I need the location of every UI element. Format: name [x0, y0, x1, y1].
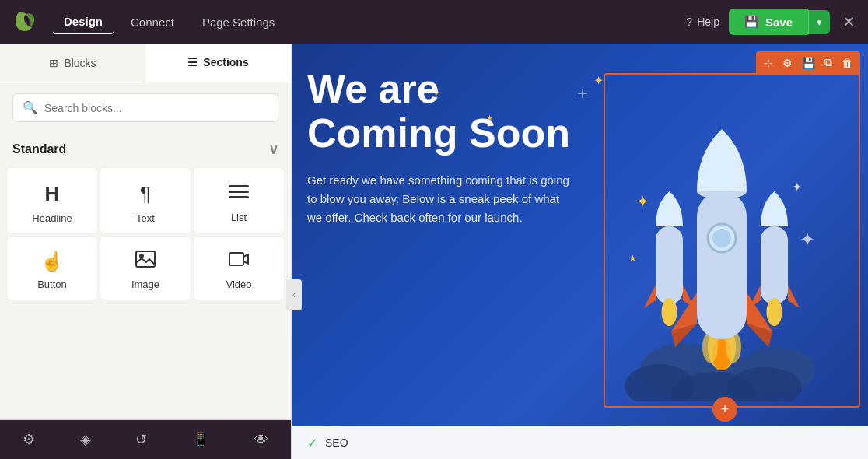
save-label: Save [765, 16, 793, 29]
svg-point-23 [767, 298, 782, 326]
settings-icon[interactable]: ⚙ [23, 431, 35, 448]
block-headline[interactable]: H Headline [6, 167, 98, 234]
add-block-button[interactable]: + [712, 397, 737, 422]
text-label: Text [136, 212, 155, 224]
sidebar-search: 🔍 [0, 82, 291, 133]
hero-content: We are Coming Soon Get ready we have som… [307, 67, 572, 227]
chevron-down-icon[interactable]: ∨ [268, 141, 278, 158]
rocket-illustration: ✦ ✦ ✦ ★ [613, 106, 831, 401]
sidebar-tabs: ⊞ Blocks ☰ Sections [0, 44, 291, 82]
button-label: Button [37, 279, 67, 290]
svg-rect-20 [656, 226, 683, 304]
svg-rect-22 [761, 226, 788, 304]
svg-rect-1 [229, 191, 249, 193]
nav-connect[interactable]: Connect [120, 11, 185, 33]
tab-sections-label: Sections [203, 56, 248, 68]
app-logo [12, 9, 37, 34]
list-label: List [231, 212, 247, 223]
standard-section-header: Standard ∨ [0, 133, 291, 166]
preview-icon[interactable]: 👁 [254, 432, 268, 448]
gear-icon[interactable]: ⚙ [782, 57, 793, 69]
layers-icon[interactable]: ◈ [80, 431, 91, 448]
tab-sections[interactable]: ☰ Sections [145, 44, 291, 82]
hero-subtitle: Get ready we have something coming that … [307, 171, 572, 227]
mobile-icon[interactable]: 📱 [192, 431, 209, 448]
close-button[interactable]: ✕ [842, 12, 856, 31]
svg-point-21 [662, 298, 677, 326]
svg-point-19 [712, 229, 731, 247]
svg-text:✦: ✦ [800, 229, 815, 250]
move-icon[interactable]: ⊹ [764, 57, 773, 69]
svg-text:✦: ✦ [636, 193, 649, 210]
nav-page-settings[interactable]: Page Settings [191, 11, 285, 33]
seo-check-icon: ✓ [307, 436, 317, 450]
tab-blocks[interactable]: ⊞ Blocks [0, 44, 145, 82]
text-icon: ¶ [140, 182, 151, 206]
topbar-right: ? Help 💾 Save ▾ ✕ [686, 9, 856, 35]
headline-label: Headline [32, 212, 72, 224]
button-icon: ☝ [40, 251, 64, 272]
rocket-element-box[interactable]: ✦ ✦ ✦ ★ [604, 73, 860, 408]
svg-rect-5 [229, 253, 243, 265]
search-wrap: 🔍 [12, 93, 278, 122]
save-element-icon[interactable]: 💾 [802, 57, 815, 69]
canvas-area: ✦ ★ + ✦ We are Coming Soon Get ready we … [292, 44, 868, 459]
save-dropdown-button[interactable]: ▾ [808, 10, 830, 34]
list-icon [229, 184, 249, 205]
block-button[interactable]: ☝ Button [6, 236, 98, 300]
search-icon: 🔍 [23, 100, 38, 115]
sidebar-bottom-toolbar: ⚙ ◈ ↺ 📱 👁 [0, 419, 291, 459]
topbar: Design Connect Page Settings ? Help 💾 Sa… [0, 0, 868, 44]
seo-bar: ✓ SEO [292, 426, 868, 459]
svg-rect-2 [229, 196, 249, 198]
video-label: Video [226, 279, 251, 290]
image-label: Image [131, 279, 159, 290]
help-button[interactable]: ? Help [686, 16, 719, 28]
sections-icon: ☰ [187, 56, 198, 68]
help-label: Help [697, 16, 719, 28]
video-icon [229, 251, 249, 272]
standard-label: Standard [12, 142, 66, 156]
headline-icon: H [45, 182, 60, 206]
topbar-nav: Design Connect Page Settings [53, 10, 670, 34]
main-layout: ⊞ Blocks ☰ Sections 🔍 Standard ∨ H [0, 44, 868, 459]
hero-title: We are Coming Soon [307, 67, 572, 156]
cross-decoration-1: + [577, 82, 588, 104]
sidebar-collapse-handle[interactable]: ‹ [286, 279, 302, 310]
block-video[interactable]: Video [193, 236, 285, 300]
sidebar: ⊞ Blocks ☰ Sections 🔍 Standard ∨ H [0, 44, 292, 459]
star-decoration-3: ✦ [593, 73, 604, 88]
svg-rect-0 [229, 185, 249, 187]
blocks-grid: H Headline ¶ Text List [0, 166, 291, 302]
save-button[interactable]: 💾 Save [729, 9, 808, 35]
seo-label[interactable]: SEO [325, 436, 348, 449]
image-icon [135, 251, 156, 272]
block-list[interactable]: List [193, 167, 285, 234]
save-icon: 💾 [744, 15, 759, 29]
block-text[interactable]: ¶ Text [100, 167, 191, 234]
nav-design[interactable]: Design [53, 10, 114, 34]
help-icon: ? [686, 16, 692, 28]
history-icon[interactable]: ↺ [135, 431, 147, 448]
delete-icon[interactable]: 🗑 [842, 57, 852, 69]
blocks-icon: ⊞ [49, 57, 58, 69]
tab-blocks-label: Blocks [64, 57, 96, 69]
duplicate-icon[interactable]: ⧉ [824, 56, 832, 69]
block-image[interactable]: Image [100, 236, 191, 300]
svg-rect-16 [697, 191, 747, 339]
element-toolbar: ⊹ ⚙ 💾 ⧉ 🗑 [756, 51, 860, 74]
search-input[interactable] [44, 102, 268, 114]
save-btn-group: 💾 Save ▾ [729, 9, 830, 35]
svg-text:✦: ✦ [792, 180, 802, 194]
svg-text:★: ★ [628, 253, 637, 264]
svg-rect-3 [136, 251, 155, 267]
